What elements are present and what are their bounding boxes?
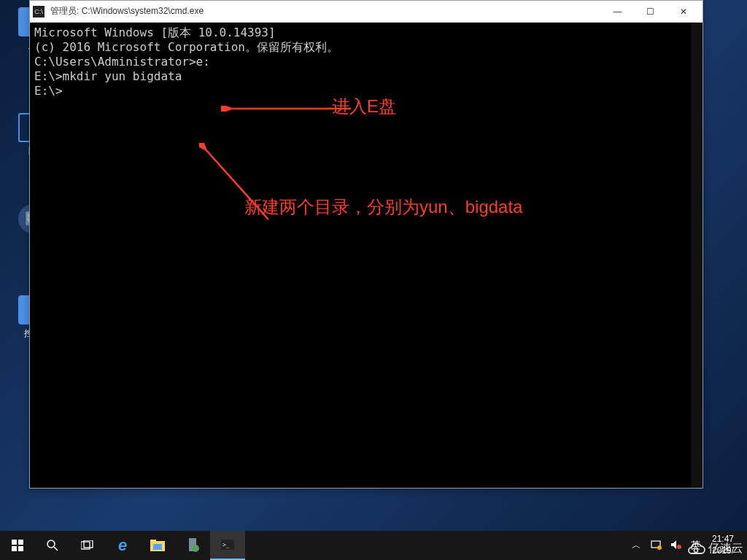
svg-text:>_: >_: [222, 542, 230, 548]
cmd-window[interactable]: C:\ 管理员: C:\Windows\system32\cmd.exe — ☐…: [29, 0, 703, 489]
svg-rect-5: [18, 540, 23, 545]
svg-rect-13: [150, 540, 156, 542]
taskbar-ie[interactable]: e: [105, 531, 140, 560]
cloud-icon: [686, 542, 705, 556]
explorer-icon: [150, 540, 165, 551]
maximize-button[interactable]: ☐: [634, 1, 667, 22]
terminal-line: E:\>mkdir yun bigdata: [34, 69, 698, 84]
svg-rect-14: [153, 544, 162, 550]
annotation-text-1: 进入E盘: [332, 96, 396, 117]
terminal-line: Microsoft Windows [版本 10.0.14393]: [34, 26, 698, 40]
annotation-text-2: 新建两个目录，分别为yun、bigdata: [244, 196, 522, 218]
svg-point-16: [192, 545, 199, 552]
terminal-prompt: E:\>: [34, 84, 698, 98]
watermark-text: 亿速云: [708, 541, 743, 556]
terminal-line: C:\Users\Administrator>e:: [34, 55, 698, 69]
svg-rect-6: [12, 546, 17, 551]
watermark: 亿速云: [686, 541, 743, 556]
cmd-icon: C:\: [33, 6, 44, 18]
svg-marker-21: [671, 540, 676, 549]
svg-point-22: [677, 545, 681, 549]
annotation-arrow-1: [221, 106, 351, 112]
taskbar-server-manager[interactable]: [175, 531, 210, 560]
window-controls: — ☐ ✕: [601, 1, 700, 22]
window-title: 管理员: C:\Windows\system32\cmd.exe: [50, 5, 601, 18]
svg-line-3: [205, 149, 268, 219]
taskbar: e >_ ︿ 英 21:47 2019/: [0, 531, 747, 560]
minimize-button[interactable]: —: [601, 1, 634, 22]
server-icon: [186, 538, 199, 553]
task-view-icon: [81, 540, 94, 551]
tray-expand-icon[interactable]: ︿: [627, 539, 646, 552]
annotation-arrow-2: [199, 143, 272, 223]
svg-rect-4: [12, 540, 17, 545]
taskbar-explorer[interactable]: [140, 531, 175, 560]
ie-icon: e: [118, 536, 127, 555]
start-button[interactable]: [0, 531, 35, 560]
task-view-button[interactable]: [70, 531, 105, 560]
close-button[interactable]: ✕: [667, 1, 700, 22]
search-icon: [46, 539, 59, 552]
terminal-body[interactable]: Microsoft Windows [版本 10.0.14393] (c) 20…: [30, 23, 703, 488]
svg-point-23: [694, 548, 698, 552]
taskbar-cmd[interactable]: >_: [210, 531, 245, 560]
svg-line-9: [54, 547, 58, 551]
network-icon[interactable]: [646, 540, 666, 552]
svg-point-20: [657, 545, 662, 550]
window-titlebar[interactable]: C:\ 管理员: C:\Windows\system32\cmd.exe — ☐…: [30, 1, 703, 23]
volume-icon[interactable]: [666, 540, 686, 552]
svg-rect-7: [18, 546, 23, 551]
svg-point-8: [47, 540, 55, 548]
search-button[interactable]: [35, 531, 70, 560]
cmd-taskbar-icon: >_: [221, 540, 234, 550]
terminal-scrollbar[interactable]: [691, 23, 703, 488]
terminal-line: (c) 2016 Microsoft Corporation。保留所有权利。: [34, 40, 698, 55]
windows-icon: [12, 540, 23, 551]
